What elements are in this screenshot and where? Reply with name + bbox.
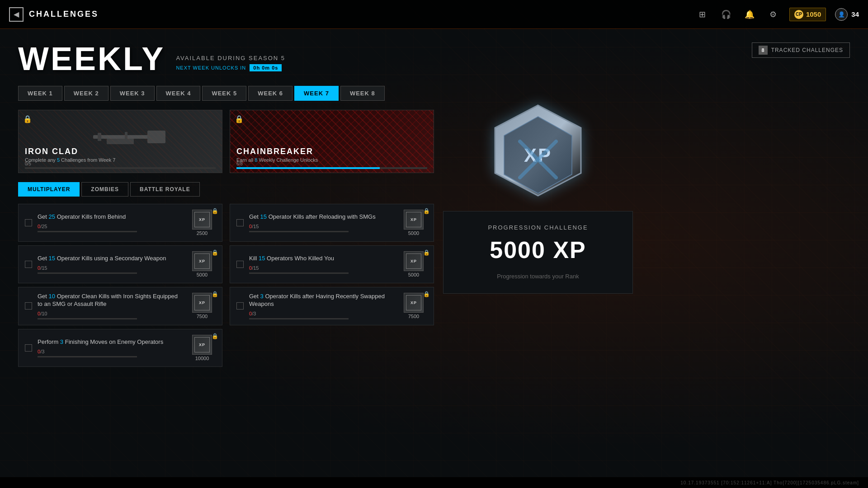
challenge-bar-2 — [38, 272, 137, 274]
currency-badge[interactable]: CP 1050 — [789, 8, 826, 21]
challenge-bar-5 — [249, 231, 349, 232]
tab-battle-royale[interactable]: BATTLE ROYALE — [130, 182, 200, 197]
xp-badge-5: XP — [404, 210, 424, 230]
unlock-timer: NEXT WEEK UNLOCKS IN 0h 0m 0s — [176, 64, 285, 71]
chainbreaker-progress: 6/8 — [236, 161, 243, 166]
back-arrow-icon: ◀ — [9, 7, 24, 22]
challenge-checkbox-1[interactable] — [25, 219, 32, 226]
challenge-checkbox-4[interactable] — [25, 344, 32, 352]
tab-week5[interactable]: WEEK 5 — [202, 86, 246, 101]
xp-amount-5: 5000 — [408, 230, 419, 236]
topbar-title: CHALLENGES — [29, 9, 99, 19]
iron-clad-progress: 0/5 — [25, 161, 31, 166]
challenge-progress-4: 0/3 — [38, 349, 183, 354]
lock-icon-c1: 🔒 — [212, 208, 218, 214]
xp-badge-1: XP — [192, 210, 212, 230]
challenge-kills-from-behind[interactable]: Get 25 Operator Kills from Behind 0/25 X… — [18, 204, 222, 242]
xp-amount-2: 5000 — [197, 272, 208, 277]
challenge-kill-killers[interactable]: Kill 15 Operators Who Killed You 0/15 XP… — [230, 245, 434, 283]
lock-icon-c5: 🔒 — [423, 208, 430, 214]
challenge-progress-2: 0/15 — [38, 265, 183, 271]
headset-icon[interactable]: 🎧 — [719, 7, 733, 22]
season-label: AVAILABLE DURING SEASON 5 — [176, 55, 285, 61]
svg-rect-4 — [107, 139, 134, 144]
lock-icon-c2: 🔒 — [212, 249, 218, 256]
progression-desc: Progression towards your Rank — [457, 272, 619, 281]
xp-gem-svg: XP — [488, 101, 588, 209]
challenge-progress-5: 0/15 — [249, 224, 395, 229]
challenges-right-col: Get 15 Operator Kills after Reloading wi… — [230, 204, 434, 371]
reward-chainbreaker[interactable]: 🔒 CHAINBREAKER Earn all 8 Weekly Challen… — [230, 110, 434, 173]
challenge-secondary-weapon[interactable]: Get 15 Operator Kills using a Secondary … — [18, 245, 222, 283]
tab-multiplayer[interactable]: MULTIPLAYER — [18, 182, 80, 197]
xp-amount-1: 2500 — [197, 230, 208, 236]
header-meta: AVAILABLE DURING SEASON 5 NEXT WEEK UNLO… — [176, 55, 285, 75]
challenge-swap-weapons[interactable]: Get 3 Operator Kills after Having Recent… — [230, 287, 434, 325]
level-badge: 👤 34 — [835, 8, 859, 21]
xp-gem-wrapper: XP — [488, 101, 588, 211]
challenge-iron-sights[interactable]: Get 10 Operator Clean Kills with Iron Si… — [18, 287, 222, 325]
level-value: 34 — [851, 10, 859, 18]
currency-amount: 1050 — [806, 10, 821, 18]
challenge-info-4: Perform 3 Finishing Moves on Enemy Opera… — [38, 338, 183, 357]
challenge-checkbox-7[interactable] — [236, 302, 244, 310]
status-bar: 10.17.19373551 [70:152:11261+11:A] Tho[7… — [0, 477, 868, 488]
challenge-bar-3 — [38, 318, 137, 319]
challenge-title-4: Perform 3 Finishing Moves on Enemy Opera… — [38, 338, 183, 346]
challenge-bar-1 — [38, 231, 137, 232]
challenge-info-1: Get 25 Operator Kills from Behind 0/25 — [38, 213, 183, 232]
rewards-row: 🔒 IRON CLAD Complete any 5 Chall — [18, 110, 434, 173]
challenge-info-3: Get 10 Operator Clean Kills with Iron Si… — [38, 293, 183, 319]
reward-iron-clad-name: IRON CLAD — [25, 147, 78, 156]
tab-zombies[interactable]: ZOMBIES — [81, 182, 128, 197]
challenge-title-7: Get 3 Operator Kills after Having Recent… — [249, 293, 395, 308]
xp-amount-7: 7500 — [408, 314, 419, 319]
settings-icon[interactable]: ⚙ — [766, 7, 780, 22]
challenge-info-6: Kill 15 Operators Who Killed You 0/15 — [249, 255, 395, 274]
lock-icon-c6: 🔒 — [423, 249, 430, 256]
chainbreaker-bar — [236, 167, 427, 169]
challenge-finishing-moves[interactable]: Perform 3 Finishing Moves on Enemy Opera… — [18, 329, 222, 367]
challenges-left: Get 25 Operator Kills from Behind 0/25 X… — [18, 204, 222, 371]
challenge-checkbox-2[interactable] — [25, 261, 32, 268]
back-button[interactable]: ◀ CHALLENGES — [9, 7, 99, 22]
tab-week4[interactable]: WEEK 4 — [156, 86, 201, 101]
status-text: 10.17.19373551 [70:152:11261+11:A] Tho[7… — [680, 480, 859, 485]
main-content: WEEKLY AVAILABLE DURING SEASON 5 NEXT WE… — [0, 29, 868, 384]
topbar: ◀ CHALLENGES ⊞ 🎧 🔔 ⚙ CP 1050 👤 34 — [0, 0, 868, 29]
xp-badge-2: XP — [192, 251, 212, 271]
tracked-challenges-button[interactable]: 8 TRACKED CHALLENGES — [752, 42, 850, 58]
xp-amount-3: 7500 — [197, 314, 208, 319]
challenge-checkbox-6[interactable] — [236, 261, 244, 268]
challenge-checkbox-3[interactable] — [25, 302, 32, 310]
challenge-bar-7 — [249, 318, 349, 319]
tab-week7[interactable]: WEEK 7 — [294, 86, 339, 101]
svg-rect-2 — [98, 133, 101, 141]
tab-week6[interactable]: WEEK 6 — [248, 86, 292, 101]
tab-week1[interactable]: WEEK 1 — [18, 86, 62, 101]
lock-icon-c3: 🔒 — [212, 291, 218, 297]
xp-badge-7: XP — [404, 293, 424, 313]
challenge-checkbox-5[interactable] — [236, 219, 244, 226]
week-tabs: WEEK 1 WEEK 2 WEEK 3 WEEK 4 WEEK 5 WEEK … — [18, 86, 850, 101]
challenge-bar-4 — [38, 356, 137, 357]
tab-week8[interactable]: WEEK 8 — [340, 86, 385, 101]
xp-badge-4: XP — [192, 335, 212, 355]
tab-week2[interactable]: WEEK 2 — [64, 86, 108, 101]
level-icon: 👤 — [835, 8, 848, 21]
challenge-progress-1: 0/25 — [38, 224, 183, 229]
lock-icon-c4: 🔒 — [212, 333, 218, 339]
lock-icon-chain: 🔒 — [235, 115, 244, 123]
lock-icon: 🔒 — [23, 115, 32, 123]
challenge-bar-6 — [249, 272, 349, 274]
page-title: WEEKLY — [18, 42, 165, 75]
notifications-icon[interactable]: 🔔 — [742, 7, 757, 22]
challenge-progress-6: 0/15 — [249, 265, 395, 271]
tab-week3[interactable]: WEEK 3 — [110, 86, 155, 101]
grid-icon[interactable]: ⊞ — [695, 7, 710, 22]
xp-badge-6: XP — [404, 251, 424, 271]
xp-amount-6: 5000 — [408, 272, 419, 277]
reward-iron-clad[interactable]: 🔒 IRON CLAD Complete any 5 Chall — [18, 110, 222, 173]
challenge-smg-reload[interactable]: Get 15 Operator Kills after Reloading wi… — [230, 204, 434, 242]
currency-icon: CP — [794, 10, 803, 19]
